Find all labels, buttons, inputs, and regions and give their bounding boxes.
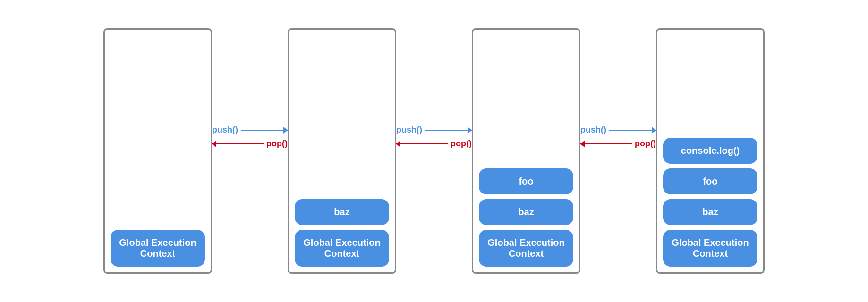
- arrow-group-2: push() pop(): [396, 125, 472, 149]
- arrow-group-1: push() pop(): [212, 125, 288, 149]
- push-line-2: [425, 130, 472, 131]
- stack-item-consolelog-4: console.log(): [663, 138, 757, 164]
- pop-line-3: [580, 143, 632, 144]
- push-label-1: push(): [212, 125, 238, 135]
- pop-arrow-1: pop(): [212, 139, 288, 149]
- stack-item-foo-4: foo: [663, 168, 757, 194]
- arrow-group-3: push() pop(): [580, 125, 656, 149]
- stack-item-global-4: Global ExecutionContext: [663, 230, 757, 267]
- push-line-1: [241, 130, 288, 131]
- push-arrow-1: push(): [212, 125, 288, 135]
- stack-item-baz-3: baz: [479, 199, 573, 225]
- stack-2: baz Global ExecutionContext: [288, 28, 396, 274]
- stack-item-global-3: Global ExecutionContext: [479, 230, 573, 267]
- stack-3: foo baz Global ExecutionContext: [472, 28, 580, 274]
- pop-label-1: pop(): [266, 139, 288, 149]
- stack-1: Global ExecutionContext: [103, 28, 212, 274]
- call-stack-diagram: Global ExecutionContext push() pop() baz…: [0, 0, 868, 302]
- stack-item-global-1: Global ExecutionContext: [111, 230, 205, 267]
- push-arrow-3: push(): [580, 125, 656, 135]
- pop-arrow-3: pop(): [580, 139, 656, 149]
- push-arrow-2: push(): [396, 125, 472, 135]
- stack-4: console.log() foo baz Global ExecutionCo…: [656, 28, 765, 274]
- push-label-2: push(): [396, 125, 422, 135]
- pop-line-2: [396, 143, 448, 144]
- push-line-3: [609, 130, 656, 131]
- push-label-3: push(): [580, 125, 606, 135]
- pop-label-2: pop(): [451, 139, 472, 149]
- pop-arrow-2: pop(): [396, 139, 472, 149]
- stack-item-foo-3: foo: [479, 168, 573, 194]
- stack-item-baz-2: baz: [295, 199, 389, 225]
- pop-label-3: pop(): [635, 139, 656, 149]
- stack-item-baz-4: baz: [663, 199, 757, 225]
- pop-line-1: [212, 143, 264, 144]
- stack-item-global-2: Global ExecutionContext: [295, 230, 389, 267]
